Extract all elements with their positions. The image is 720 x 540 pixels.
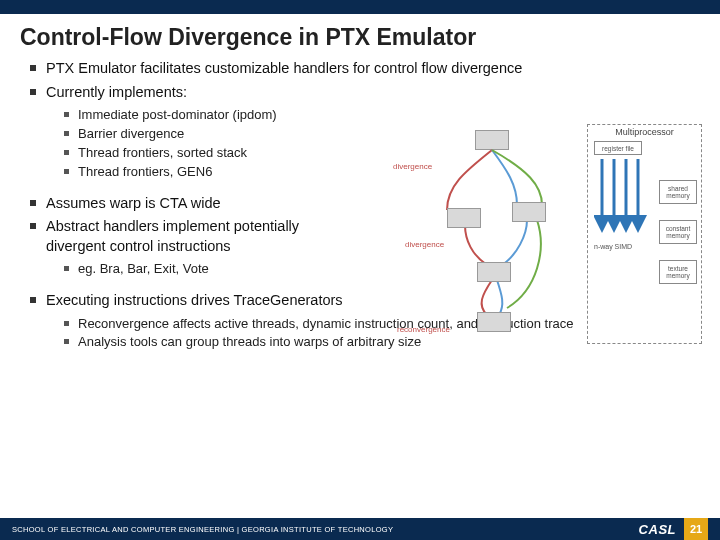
bullet-4-text: Abstract handlers implement potentially … xyxy=(46,218,299,254)
bullet-5-text: Executing instructions drives TraceGener… xyxy=(46,292,343,308)
bullet-4-sub: eg. Bra, Bar, Exit, Vote xyxy=(64,260,360,279)
block-texture: texture memory xyxy=(659,260,697,284)
simd-label: n-way SIMD xyxy=(594,243,632,250)
label-reconvergence: reconvergence xyxy=(397,325,450,334)
casl-logo: CASL xyxy=(639,522,676,537)
footer-bar: SCHOOL OF ELECTRICAL AND COMPUTER ENGINE… xyxy=(0,518,720,540)
page-number: 21 xyxy=(684,518,708,540)
bullet-1: PTX Emulator facilitates customizable ha… xyxy=(30,59,690,79)
diagram: divergence divergence reconvergence Mult… xyxy=(387,130,702,360)
top-banner xyxy=(0,0,720,14)
node-right xyxy=(512,202,546,222)
block-regfile: register file xyxy=(594,141,642,155)
block-shared: shared memory xyxy=(659,180,697,204)
node-exit xyxy=(477,312,511,332)
node-left xyxy=(447,208,481,228)
multiprocessor-box: Multiprocessor register file n-way SIMD … xyxy=(587,124,702,344)
mp-title: Multiprocessor xyxy=(588,127,701,137)
label-divergence-1: divergence xyxy=(393,162,432,171)
node-mid xyxy=(477,262,511,282)
sub-eg: eg. Bra, Bar, Exit, Vote xyxy=(64,260,360,279)
simd-arrows-icon xyxy=(594,159,654,239)
block-const: constant memory xyxy=(659,220,697,244)
bullet-2-text: Currently implements: xyxy=(46,84,187,100)
footer-text: SCHOOL OF ELECTRICAL AND COMPUTER ENGINE… xyxy=(12,525,393,534)
flow-graph: divergence divergence reconvergence xyxy=(397,130,587,355)
footer-right: CASL 21 xyxy=(639,518,708,540)
sub-ipdom: Immediate post-dominator (ipdom) xyxy=(64,106,690,125)
slide-title: Control-Flow Divergence in PTX Emulator xyxy=(0,14,720,59)
label-divergence-2: divergence xyxy=(405,240,444,249)
bullet-4: Abstract handlers implement potentially … xyxy=(30,217,360,279)
